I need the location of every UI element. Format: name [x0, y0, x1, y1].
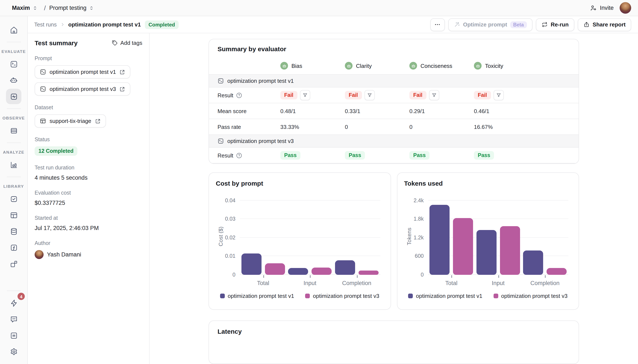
sidebar-item-agents[interactable] [6, 72, 21, 88]
table-row: Mean score0/10.96/11/10/1 [209, 163, 579, 164]
invite-label: Invite [600, 5, 614, 11]
bar-series2-completion [358, 270, 379, 275]
bar-group-input [287, 198, 333, 275]
evaluator-robot-icon [409, 62, 417, 70]
y-tick-label: 1.8k [414, 216, 424, 222]
help-circle-icon[interactable] [236, 152, 242, 158]
more-options-button[interactable] [430, 18, 445, 31]
y-tick-label: 0.04 [225, 197, 236, 203]
y-tick-label: 0 [421, 272, 424, 278]
chat-icon [10, 315, 18, 323]
bar-series1-completion [523, 250, 543, 275]
sidebar-item-home[interactable] [6, 22, 21, 38]
funnel-icon [302, 92, 307, 98]
sidebar-item-prompts[interactable] [6, 56, 21, 72]
help-circle-icon[interactable] [236, 92, 242, 98]
x-axis-label-total: Total [428, 280, 475, 286]
section-selector-icon[interactable] [89, 5, 95, 11]
sidebar-item-datasets[interactable] [6, 208, 21, 223]
breadcrumb-test-runs[interactable]: Test runs [34, 21, 57, 28]
sidebar-item-test-runs[interactable] [6, 89, 21, 104]
x-axis-labels: TotalInputCompletion [428, 280, 568, 286]
invite-button[interactable]: Invite [589, 4, 614, 12]
evaluator-table: Bias Clarity Conciseness Toxicity optimi… [209, 57, 579, 164]
legend-item: optimization prompt test v3 [305, 293, 379, 299]
add-tags-button[interactable]: Add tags [111, 40, 142, 46]
workspace-selector-icon[interactable] [32, 5, 38, 11]
charts-row: Cost by prompt Cost ($) 0 0.01 0.02 0.03… [208, 172, 579, 310]
dataset-label: Dataset [35, 104, 142, 110]
content-area: Test runs optimization prompt test v1 Co… [28, 16, 638, 364]
sidebar-item-updates[interactable]: 4 [6, 295, 21, 311]
bar-series2-total [453, 218, 473, 275]
sidebar-item-docs[interactable] [6, 328, 21, 343]
sidebar-divider [7, 108, 21, 109]
cost-value: $0.3377725 [35, 200, 142, 206]
sidebar-item-logs[interactable] [6, 123, 21, 138]
evaluator-table-body: optimization prompt test v1 ResultFailFa… [209, 74, 579, 164]
chart-legend: optimization prompt test v1 optimization… [216, 293, 383, 299]
filter-button[interactable] [364, 90, 374, 100]
workspace-name[interactable]: Maxim [12, 5, 30, 11]
sidebar-item-integrations[interactable] [6, 256, 21, 272]
prompt-group-row: optimization prompt test v1 [209, 74, 579, 87]
sidebar-item-dashboards[interactable] [6, 157, 21, 172]
bar-group-input [475, 198, 522, 275]
row-label: Result [218, 152, 280, 158]
author-label: Author [35, 240, 142, 246]
terminal-square-icon [40, 69, 46, 75]
rerun-button[interactable]: Re-run [536, 18, 574, 31]
prompt-chip-v1[interactable]: optimization prompt test v1 [35, 65, 131, 78]
filter-button[interactable] [300, 90, 310, 100]
funnel-icon [432, 92, 437, 98]
main-column: Summary by evaluator Bias Clarity Concis… [150, 33, 638, 364]
result-badge: Fail [474, 91, 491, 100]
row-label: Pass rate [218, 124, 280, 130]
duration-label: Test run duration [35, 165, 142, 171]
x-axis-label-completion: Completion [333, 280, 380, 286]
terminal-square-icon [40, 86, 46, 92]
book-icon [10, 331, 18, 340]
sidebar-item-functions[interactable] [6, 240, 21, 255]
legend-item: optimization prompt test v1 [220, 293, 294, 299]
prompt-group-name: optimization prompt test v1 [227, 78, 294, 84]
evaluator-name: Bias [291, 62, 302, 69]
sidebar-divider [7, 142, 21, 143]
legend-item: optimization prompt test v3 [494, 293, 568, 299]
top-bar: Maxim / Prompt testing Invite [0, 0, 638, 16]
bar-series1-completion [335, 260, 355, 275]
sidebar-item-context-sources[interactable] [6, 224, 21, 239]
notification-badge: 4 [18, 293, 25, 300]
summary-table-title: Summary by evaluator [209, 45, 579, 53]
y-tick-label: 0 [233, 272, 236, 278]
share-report-button[interactable]: Share report [577, 18, 631, 31]
prompt-chip-v3[interactable]: optimization prompt test v3 [35, 82, 131, 96]
prompt-chip-label: optimization prompt test v1 [50, 69, 116, 75]
section-name[interactable]: Prompt testing [49, 5, 86, 11]
filter-button[interactable] [493, 90, 504, 100]
wand-sparkles-icon [454, 21, 460, 28]
dataset-chip[interactable]: support-tix-triage [35, 114, 106, 128]
sidebar-item-evaluators[interactable] [6, 191, 21, 206]
x-tick-mark [357, 275, 358, 278]
sidebar-section-observe: OBSERVE [2, 116, 25, 120]
evaluator-robot-icon [474, 62, 482, 70]
started-label: Started at [35, 215, 142, 221]
metric-value: 16.67% [474, 124, 493, 130]
run-status-badge: 12 Completed [35, 146, 77, 156]
chart-title: Tokens used [404, 180, 572, 187]
sidebar-item-feedback[interactable] [6, 312, 21, 327]
filter-button[interactable] [429, 90, 439, 100]
metric-value: 0 [345, 124, 348, 130]
sidebar-section-analyze: ANALYZE [3, 150, 25, 154]
sidebar-item-settings[interactable] [6, 344, 21, 359]
user-avatar[interactable] [620, 2, 631, 14]
optimize-prompt-button[interactable]: Optimize prompt Beta [448, 18, 532, 31]
gear-icon [10, 348, 18, 356]
page-header: Test runs optimization prompt test v1 Co… [28, 16, 638, 33]
y-tick-label: 0.02 [225, 235, 236, 241]
result-badge: Fail [409, 91, 426, 100]
funnel-icon [496, 92, 501, 98]
x-tick-mark [498, 275, 499, 278]
bar-series1-total [430, 205, 450, 275]
